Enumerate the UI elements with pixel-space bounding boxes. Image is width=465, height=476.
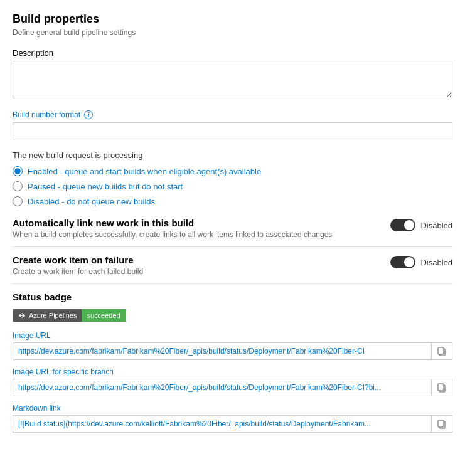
queue-options-group: Enabled - queue and start builds when el… (13, 166, 452, 206)
markdown-link-copy-button[interactable] (432, 415, 452, 433)
markdown-link-field: Markdown link (13, 404, 452, 433)
work-item-failure-content: Create work item on failure Create a wor… (13, 255, 390, 276)
status-badge-title: Status badge (13, 292, 452, 302)
work-item-failure-toggle-group: Disabled (390, 256, 452, 268)
image-url-label: Image URL (13, 331, 452, 340)
work-item-failure-slider (390, 256, 415, 268)
divider-1 (13, 246, 452, 247)
svg-rect-8 (438, 420, 444, 427)
auto-link-toggle-group: Disabled (390, 219, 452, 231)
markdown-link-input[interactable] (13, 415, 432, 433)
image-url-input[interactable] (13, 342, 432, 360)
description-input[interactable] (13, 61, 452, 98)
image-url-branch-input-row (13, 379, 452, 396)
svg-rect-2 (21, 315, 23, 316)
auto-link-row: Automatically link new work in this buil… (13, 218, 452, 239)
work-item-failure-toggle[interactable] (390, 256, 415, 268)
work-item-failure-toggle-label: Disabled (420, 258, 452, 267)
image-url-branch-label: Image URL for specific branch (13, 368, 452, 376)
auto-link-content: Automatically link new work in this buil… (13, 218, 390, 239)
svg-rect-4 (438, 347, 444, 354)
image-url-branch-input[interactable] (13, 379, 432, 396)
copy-icon (437, 346, 447, 356)
image-url-copy-button[interactable] (432, 342, 452, 360)
auto-link-slider (390, 219, 415, 231)
badge-right-text: succeeded (82, 309, 125, 322)
markdown-link-input-row (13, 415, 452, 433)
auto-link-subtitle: When a build completes successfully, cre… (13, 230, 390, 239)
work-item-failure-subtitle: Create a work item for each failed build (13, 267, 390, 276)
build-number-format-info-icon[interactable]: i (84, 110, 93, 119)
divider-2 (13, 283, 452, 284)
page-title: Build properties (13, 13, 452, 26)
pipeline-icon (18, 312, 26, 319)
processing-text: The new build request is processing (13, 151, 452, 160)
radio-disabled[interactable]: Disabled - do not queue new builds (13, 196, 452, 206)
svg-point-0 (19, 314, 21, 317)
badge-left: Azure Pipelines (13, 309, 82, 322)
image-url-branch-copy-button[interactable] (432, 379, 452, 396)
image-url-field: Image URL (13, 331, 452, 360)
build-number-format-label: Build number format i (13, 110, 452, 119)
status-badge-preview: Azure Pipelines succeeded (13, 309, 126, 322)
auto-link-toggle-label: Disabled (420, 221, 452, 230)
radio-paused[interactable]: Paused - queue new builds but do not sta… (13, 181, 452, 191)
badge-left-text: Azure Pipelines (29, 312, 77, 319)
radio-enabled[interactable]: Enabled - queue and start builds when el… (13, 166, 452, 176)
copy-icon-2 (437, 383, 447, 393)
radio-enabled-label: Enabled - queue and start builds when el… (28, 167, 261, 176)
work-item-failure-title: Create work item on failure (13, 255, 390, 265)
svg-rect-6 (438, 384, 444, 391)
auto-link-title: Automatically link new work in this buil… (13, 218, 390, 228)
markdown-link-label: Markdown link (13, 404, 452, 413)
radio-paused-label: Paused - queue new builds but do not sta… (28, 182, 183, 191)
description-label: Description (13, 48, 452, 58)
image-url-input-row (13, 342, 452, 360)
status-badge-section: Status badge Azure Pipelines succeeded I… (13, 292, 452, 433)
copy-icon-3 (437, 419, 447, 429)
auto-link-toggle[interactable] (390, 219, 415, 231)
image-url-branch-field: Image URL for specific branch (13, 368, 452, 396)
build-number-format-input[interactable] (13, 122, 452, 140)
work-item-failure-row: Create work item on failure Create a wor… (13, 255, 452, 276)
radio-disabled-label: Disabled - do not queue new builds (28, 197, 155, 206)
page-subtitle: Define general build pipeline settings (13, 28, 452, 37)
